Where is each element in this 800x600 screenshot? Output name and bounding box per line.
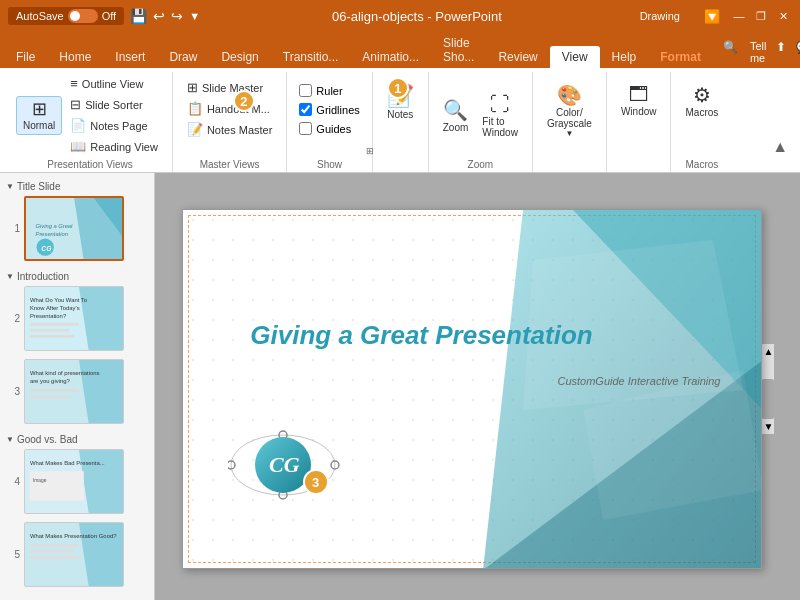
tab-home[interactable]: Home — [47, 46, 103, 68]
close-button[interactable]: ✕ — [774, 7, 792, 25]
redo-icon[interactable]: ↪ — [171, 8, 183, 24]
window-title: 06-align-objects - PowerPoint — [200, 9, 634, 24]
scroll-up-button[interactable]: ▲ — [762, 344, 774, 359]
zoom-icon: 🔍 — [443, 98, 468, 122]
color-grayscale-button[interactable]: 🎨 Color/Grayscale ▼ — [541, 80, 598, 141]
presentation-views-label: Presentation Views — [8, 159, 172, 170]
tab-insert[interactable]: Insert — [103, 46, 157, 68]
outline-view-button[interactable]: ≡ Outline View — [64, 74, 164, 93]
svg-text:What Makes Bad Presenta...: What Makes Bad Presenta... — [30, 460, 105, 466]
autosave-button[interactable]: AutoSave Off — [8, 7, 124, 25]
reading-view-label: Reading View — [90, 141, 158, 153]
tab-view[interactable]: View — [550, 46, 600, 68]
notes-btn-label: Notes — [387, 109, 413, 120]
notes-master-button[interactable]: 📝 Notes Master — [181, 120, 278, 139]
autosave-knob — [70, 11, 80, 21]
logo-svg: CG 3 — [228, 410, 348, 510]
minimize-button[interactable]: — — [730, 7, 748, 25]
reading-view-icon: 📖 — [70, 139, 86, 154]
ribbon-group-notes: 1 📝 Notes — [373, 72, 429, 172]
svg-text:Presentation: Presentation — [36, 231, 68, 237]
tab-transitions[interactable]: Transitio... — [271, 46, 351, 68]
title-bar: AutoSave Off 💾 ↩ ↪ ▼ 06-align-objects - … — [0, 0, 800, 32]
ribbon-group-color: 🎨 Color/Grayscale ▼ — [533, 72, 607, 172]
autosave-toggle[interactable] — [68, 9, 98, 23]
svg-rect-19 — [30, 389, 79, 392]
comments-icon[interactable]: 💬 — [792, 38, 800, 66]
slide-canvas: Giving a Great Presentation CustomGuide … — [182, 209, 762, 569]
scroll-thumb[interactable] — [762, 379, 774, 419]
collapse-ribbon-button[interactable]: ▲ — [772, 138, 788, 156]
search-icon[interactable]: 🔍 — [717, 38, 744, 66]
ribbon-group-zoom: 🔍 Zoom ⛶ Fit toWindow Zoom — [429, 72, 533, 172]
ribbon-collapse-container: ▲ — [768, 72, 792, 172]
slide-thumb-4[interactable]: 4 What Makes Bad Presenta... Image — [4, 447, 150, 516]
slide-thumb-5[interactable]: 5 What Makes Presentation Good? — [4, 520, 150, 589]
slide-master-button[interactable]: ⊞ Slide Master — [181, 78, 278, 97]
show-label: Show — [287, 159, 371, 170]
svg-text:Know After Today's: Know After Today's — [30, 305, 80, 311]
slide-thumb-2[interactable]: 2 What Do You Want To Know After Today's… — [4, 284, 150, 353]
ribbon-group-master-views: 2 ⊞ Slide Master 📋 Handout M... 📝 Notes … — [173, 72, 287, 172]
section-good-vs-bad: Good vs. Bad — [4, 430, 150, 447]
tab-format[interactable]: Format — [648, 46, 713, 68]
customize-icon[interactable]: ▼ — [189, 10, 200, 22]
ribbon-collapse-icon[interactable]: 🔽 — [698, 7, 726, 26]
slide-background-svg — [183, 210, 762, 569]
handout-master-button[interactable]: 📋 Handout M... — [181, 99, 278, 118]
svg-text:Image: Image — [33, 478, 47, 483]
gridlines-checkbox-item: Gridlines — [295, 101, 363, 118]
slide-sorter-button[interactable]: ⊟ Slide Sorter — [64, 95, 164, 114]
number-1-badge: 1 — [387, 77, 409, 99]
normal-view-button[interactable]: ⊞ Normal — [16, 96, 62, 135]
main-area: Title Slide 1 Giving a Great Presentatio… — [0, 173, 800, 600]
zoom-group-label: Zoom — [429, 159, 532, 170]
tell-me-label[interactable]: Tell me — [746, 38, 771, 66]
svg-text:are you giving?: are you giving? — [30, 378, 71, 384]
guides-checkbox[interactable] — [299, 122, 312, 135]
tab-animations[interactable]: Animatio... — [350, 46, 431, 68]
ruler-checkbox[interactable] — [299, 84, 312, 97]
window-button[interactable]: 🗔 Window — [615, 80, 663, 120]
ribbon-group-show: Ruler Gridlines Guides Show ⊞ — [287, 72, 372, 172]
title-bar-left: AutoSave Off 💾 ↩ ↪ ▼ — [8, 7, 200, 25]
share-icon[interactable]: ⬆ — [772, 38, 790, 66]
tab-slideshow[interactable]: Slide Sho... — [431, 32, 486, 68]
drawing-tab-label: Drawing — [634, 8, 686, 24]
presentation-views-items: ⊞ Normal ≡ Outline View ⊟ Slide Sorter 📄… — [16, 74, 164, 156]
reading-view-button[interactable]: 📖 Reading View — [64, 137, 164, 156]
ruler-label: Ruler — [316, 85, 342, 97]
notes-page-button[interactable]: 📄 Notes Page — [64, 116, 164, 135]
undo-icon[interactable]: ↩ — [153, 8, 165, 24]
slide-logo-area: CG 3 — [228, 410, 348, 513]
color-dropdown-arrow: ▼ — [565, 129, 573, 138]
tab-help[interactable]: Help — [600, 46, 649, 68]
zoom-button[interactable]: 🔍 Zoom — [437, 95, 475, 136]
guides-label: Guides — [316, 123, 351, 135]
slide-thumb-3[interactable]: 3 What kind of presentations are you giv… — [4, 357, 150, 426]
tab-file[interactable]: File — [4, 46, 47, 68]
tab-draw[interactable]: Draw — [157, 46, 209, 68]
gridlines-checkbox[interactable] — [299, 103, 312, 116]
vertical-scrollbar[interactable]: ▲ ▼ — [762, 344, 774, 434]
scroll-down-button[interactable]: ▼ — [762, 419, 774, 434]
svg-rect-30 — [30, 550, 74, 553]
tab-design[interactable]: Design — [209, 46, 270, 68]
master-views-items: ⊞ Slide Master 📋 Handout M... 📝 Notes Ma… — [181, 74, 278, 139]
macros-button[interactable]: ⚙ Macros — [679, 80, 724, 121]
slide-num-5: 5 — [6, 549, 20, 560]
tab-review[interactable]: Review — [486, 46, 549, 68]
slide-thumb-1[interactable]: 1 Giving a Great Presentation CG — [4, 194, 150, 263]
show-items: Ruler Gridlines Guides — [295, 74, 363, 137]
slide-image-3: What kind of presentations are you givin… — [24, 359, 124, 424]
color-icon: 🎨 — [557, 83, 582, 107]
save-icon[interactable]: 💾 — [130, 8, 147, 24]
section-title-slide: Title Slide — [4, 177, 150, 194]
zoom-btn-label: Zoom — [443, 122, 469, 133]
svg-text:What Makes Presentation Good?: What Makes Presentation Good? — [30, 533, 117, 539]
ruler-checkbox-item: Ruler — [295, 82, 363, 99]
slide-num-1: 1 — [6, 223, 20, 234]
slide-image-1: Giving a Great Presentation CG — [24, 196, 124, 261]
fit-to-window-button[interactable]: ⛶ Fit toWindow — [476, 90, 524, 141]
restore-button[interactable]: ❐ — [752, 7, 770, 25]
